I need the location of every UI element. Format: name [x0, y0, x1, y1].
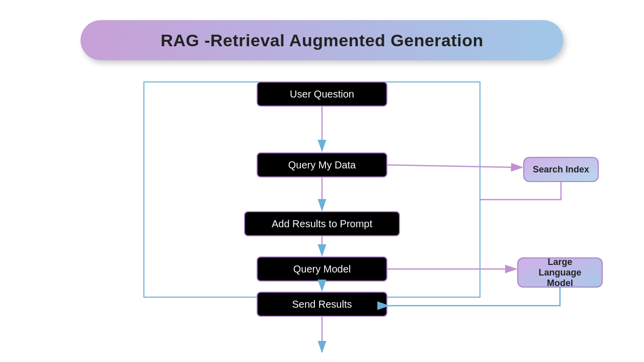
send-results-box: Send Results — [257, 292, 387, 317]
query-model-box: Query Model — [257, 256, 387, 282]
page-title: RAG -Retrieval Augmented Generation — [160, 31, 484, 50]
title-banner: RAG -Retrieval Augmented Generation — [80, 20, 564, 60]
llm-box: Large Language Model — [517, 257, 603, 288]
add-results-box: Add Results to Prompt — [244, 211, 400, 236]
query-my-data-box: Query My Data — [257, 152, 387, 177]
user-question-box: User Question — [257, 81, 387, 107]
search-index-box: Search Index — [523, 157, 599, 182]
